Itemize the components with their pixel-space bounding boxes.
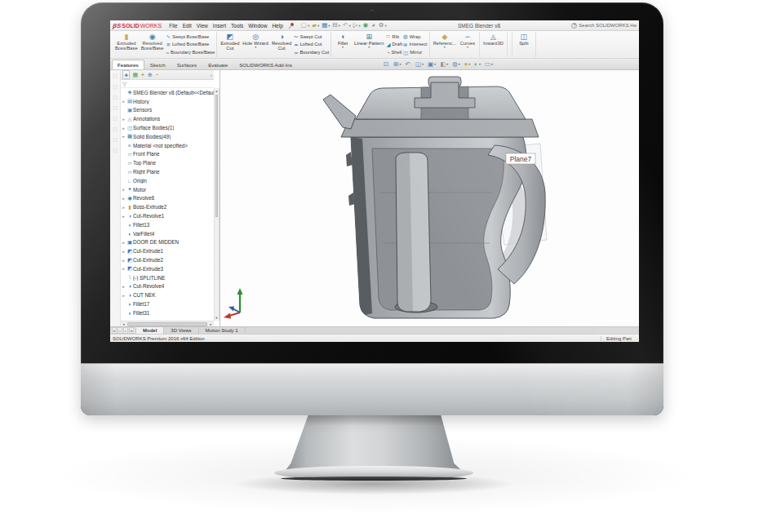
expand-arrow-icon[interactable]: ▸ bbox=[121, 266, 126, 271]
menu-item[interactable]: Help bbox=[269, 23, 285, 29]
help-icon[interactable]: ? bbox=[571, 23, 577, 29]
view-orientation-icon[interactable]: ▣ ▾ bbox=[428, 60, 436, 68]
side-toolbar-icon[interactable]: ▢ bbox=[113, 84, 118, 89]
previous-view-icon[interactable]: ↶ bbox=[406, 60, 411, 68]
expand-arrow-icon[interactable]: ▸ bbox=[121, 293, 126, 298]
expand-arrow-icon[interactable]: ▸ bbox=[121, 214, 126, 219]
hide-show-items-icon[interactable]: ◍ ▾ bbox=[452, 60, 460, 68]
tree-item[interactable]: ◖ Fillet13 bbox=[121, 220, 214, 229]
tree-item[interactable]: ▱ Front Plane bbox=[121, 150, 214, 159]
commandmanager-tab[interactable]: Evaluate bbox=[202, 60, 233, 69]
scroll-up-icon[interactable]: ▴ bbox=[215, 88, 219, 94]
hole-wizard-button[interactable]: ◎ Hole Wizard ▾ bbox=[241, 32, 270, 57]
propertymanager-tab[interactable]: ▦ bbox=[132, 71, 138, 78]
tree-horizontal-scrollbar[interactable]: ◂ ▸ bbox=[121, 321, 214, 326]
save-icon[interactable]: ▦ ▾ bbox=[322, 22, 330, 29]
tree-item[interactable]: ▸ ◉ Revolve6 bbox=[121, 194, 214, 203]
document-tab[interactable]: 3D Views bbox=[164, 327, 198, 334]
expand-arrow-icon[interactable]: ▸ bbox=[121, 205, 126, 210]
search-input[interactable]: Search SOLIDWORKS He bbox=[579, 23, 637, 28]
print-icon[interactable]: ⊟ ▾ bbox=[333, 22, 341, 29]
section-view-icon[interactable]: ◫ ▾ bbox=[415, 60, 424, 68]
reference-geometry-button[interactable]: ◆ Referenc... ▾ bbox=[432, 32, 458, 57]
side-toolbar-icon[interactable]: ▢ bbox=[113, 95, 118, 100]
plane-callout[interactable]: Plane7 bbox=[506, 153, 535, 164]
tree-item[interactable]: ▱ Top Plane bbox=[121, 158, 214, 167]
tree-item[interactable]: ▸ ◩ Cut-Extrude1 bbox=[121, 246, 214, 255]
tree-item[interactable]: ≡ Material <not specified> bbox=[121, 141, 214, 150]
filter-icon[interactable]: ▽ bbox=[122, 81, 126, 87]
options-icon[interactable]: ⚙ ▾ bbox=[379, 22, 387, 29]
tree-item[interactable]: ▸ ◫ Surface Bodies(1) bbox=[121, 123, 214, 132]
tree-item[interactable]: ◈ SMEG Blender v8 (Default<<Default>_Dis bbox=[121, 88, 214, 97]
boundary-boss-base-button[interactable]: ≈ Boundary Boss/Base bbox=[166, 49, 215, 56]
expand-arrow-icon[interactable]: ▸ bbox=[121, 117, 126, 122]
scrollbar-thumb[interactable] bbox=[215, 95, 218, 217]
tree-item[interactable]: ▸ ▣ DOOR DE MIDDEN bbox=[121, 238, 214, 247]
displaymanager-tab[interactable]: ◔ bbox=[155, 71, 158, 78]
tab-nav-arrow-icon[interactable]: › bbox=[123, 327, 128, 334]
curves-button[interactable]: ∽ Curves ▾ bbox=[458, 32, 477, 57]
dimxpertmanager-tab[interactable]: ⊕ bbox=[148, 71, 153, 78]
side-toolbar-icon[interactable]: ▢ bbox=[113, 137, 118, 142]
tree-item[interactable]: ∖ (-) SPLITLINE bbox=[121, 273, 214, 282]
rebuild-icon[interactable]: ◉ bbox=[363, 22, 370, 29]
zoom-to-fit-icon[interactable]: ⊡ bbox=[384, 60, 389, 68]
expand-arrow-icon[interactable]: ▸ bbox=[121, 126, 126, 131]
view-settings-icon[interactable]: ▭ ▾ bbox=[485, 60, 493, 68]
tree-item[interactable]: ▸ ◑ Cut-Revolve1 bbox=[121, 211, 214, 220]
mirror-button[interactable]: ◫ Mirror bbox=[403, 49, 428, 56]
instant3d-button[interactable]: ◬ Instant3D bbox=[481, 32, 505, 57]
side-toolbar-icon[interactable]: ▢ bbox=[113, 126, 118, 131]
expand-arrow-icon[interactable]: ▸ bbox=[121, 249, 126, 254]
tree-item[interactable]: ▸ ◬ Annotations bbox=[121, 114, 214, 123]
commandmanager-tab[interactable]: Surfaces bbox=[171, 60, 202, 69]
document-tab[interactable]: Motion Study 1 bbox=[199, 327, 246, 334]
panel-tab-overflow-icon[interactable]: › bbox=[211, 73, 212, 78]
tree-item[interactable]: ∟ Origin bbox=[121, 176, 214, 185]
commandmanager-tab[interactable]: SOLIDWORKS Add-Ins bbox=[233, 60, 298, 69]
linear-pattern-button[interactable]: ⊞ Linear Pattern ▾ bbox=[353, 32, 385, 57]
expand-arrow-icon[interactable]: ▸ bbox=[121, 187, 126, 192]
display-style-icon[interactable]: ◧ ▾ bbox=[440, 60, 448, 68]
apply-scene-icon[interactable]: ◐ ▾ bbox=[474, 60, 481, 68]
scroll-down-icon[interactable]: ▾ bbox=[215, 315, 219, 321]
tree-item[interactable]: ▸ ◩ Cut-Extrude2 bbox=[121, 255, 214, 264]
side-toolbar-icon[interactable]: ▢ bbox=[113, 105, 118, 110]
intersect-button[interactable]: ⊗ Intersect bbox=[403, 41, 428, 48]
tab-nav-arrow-icon[interactable]: » bbox=[129, 327, 134, 334]
boundary-cut-button[interactable]: ≂ Boundary Cut bbox=[294, 49, 329, 56]
commandmanager-tab[interactable]: Features bbox=[112, 60, 144, 69]
tree-item[interactable]: ▸ ◑ Cut-Revolve4 bbox=[121, 282, 214, 291]
swept-cut-button[interactable]: ∾ Swept Cut bbox=[294, 33, 329, 40]
menu-item[interactable]: File bbox=[166, 23, 180, 29]
revolved-cut-button[interactable]: ◑ Revolved Cut bbox=[270, 32, 293, 57]
tab-nav-arrow-icon[interactable]: ‹ bbox=[118, 327, 122, 334]
rib-button[interactable]: ⊓ Rib bbox=[386, 33, 402, 40]
extruded-boss-base-button[interactable]: ▮ Extruded Boss/Base bbox=[113, 32, 140, 57]
menu-item[interactable]: Tools bbox=[228, 23, 246, 29]
expand-arrow-icon[interactable]: ▸ bbox=[121, 284, 126, 289]
tree-item[interactable]: ▱ Right Plane bbox=[121, 167, 214, 176]
featuremanager-tree-tab[interactable]: ◈ bbox=[122, 70, 130, 79]
tab-nav-arrow-icon[interactable]: « bbox=[112, 327, 117, 334]
undo-icon[interactable]: ↶ ▾ bbox=[343, 22, 351, 29]
expand-arrow-icon[interactable]: ▸ bbox=[121, 258, 126, 263]
scrollbar-thumb[interactable] bbox=[127, 322, 207, 326]
scroll-right-icon[interactable]: ▸ bbox=[208, 322, 214, 326]
side-toolbar-icon[interactable]: ▢ bbox=[113, 116, 118, 121]
document-tab[interactable]: Model bbox=[136, 327, 164, 334]
extruded-cut-button[interactable]: ◩ Extruded Cut bbox=[219, 32, 241, 57]
lofted-cut-button[interactable]: ≃ Lofted Cut bbox=[294, 41, 329, 48]
menu-item[interactable]: Insert bbox=[211, 23, 228, 29]
tree-item[interactable]: ▸ ▦ Solid Bodies(49) bbox=[121, 132, 214, 141]
tree-item[interactable]: ▸ ◑ CUT NEK bbox=[121, 290, 214, 299]
tree-item[interactable]: ◖ Fillet17 bbox=[121, 299, 214, 308]
fillet-button[interactable]: ◖ Fillet ▾ bbox=[333, 32, 353, 57]
expand-arrow-icon[interactable]: ▸ bbox=[121, 240, 126, 245]
side-toolbar-icon[interactable]: ▢ bbox=[113, 73, 118, 78]
edit-appearance-icon[interactable]: ◕ bbox=[371, 22, 376, 29]
commandmanager-tab[interactable]: Sketch bbox=[144, 60, 171, 69]
menu-item[interactable]: View bbox=[194, 23, 211, 29]
expand-arrow-icon[interactable]: ▸ bbox=[121, 99, 126, 104]
